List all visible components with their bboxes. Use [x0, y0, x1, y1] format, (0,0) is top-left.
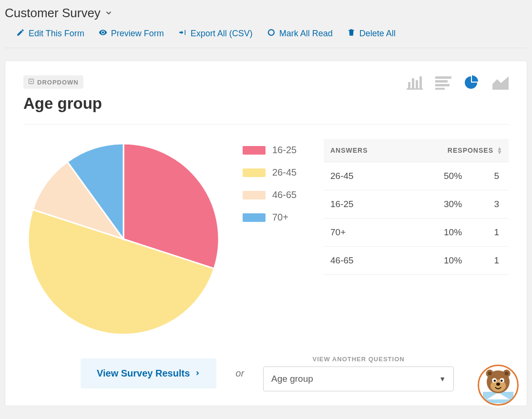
mark-all-read-label: Mark All Read [279, 29, 333, 39]
or-separator: or [235, 368, 244, 379]
area-chart-icon [492, 75, 509, 92]
answer-cell: 70+ [324, 219, 437, 247]
preview-form-label: Preview Form [111, 29, 164, 39]
svg-rect-10 [435, 88, 445, 90]
content-row: 16-25 26-45 46-65 70+ ANSWERS RESPONSES [23, 134, 509, 341]
table-row: 46-6510%1 [324, 247, 509, 275]
svg-rect-3 [408, 82, 410, 88]
count-cell: 1 [480, 247, 509, 275]
question-select[interactable]: Age group ▼ [263, 367, 454, 391]
legend-item: 46-65 [243, 189, 314, 200]
export-csv-link[interactable]: Export All (CSV) [178, 28, 253, 39]
bear-mascot-icon [479, 365, 517, 405]
responses-header-label: RESPONSES [448, 147, 493, 154]
answer-cell: 26-45 [324, 162, 437, 190]
pie-chart-icon [464, 75, 480, 92]
chevron-right-icon [194, 368, 200, 379]
field-type-label: DROPDOWN [37, 79, 79, 86]
table-row: 70+10%1 [324, 219, 509, 247]
svg-rect-11 [492, 88, 509, 90]
table-header-row: ANSWERS RESPONSES ▲▼ [324, 139, 509, 162]
svg-point-22 [501, 379, 503, 382]
export-csv-label: Export All (CSV) [191, 29, 253, 39]
circle-icon [267, 28, 276, 39]
svg-rect-6 [419, 76, 422, 88]
caret-down-icon: ▼ [439, 375, 446, 383]
legend-label: 16-25 [272, 145, 297, 156]
svg-rect-9 [435, 84, 450, 86]
form-selector[interactable]: Customer Survey [5, 6, 113, 21]
help-mascot-button[interactable] [478, 365, 519, 406]
edit-form-link[interactable]: Edit This Form [16, 28, 84, 39]
svg-rect-2 [407, 88, 423, 90]
delete-all-link[interactable]: Delete All [347, 28, 396, 39]
results-table: ANSWERS RESPONSES ▲▼ 26-4550%516-2530%37… [324, 139, 509, 275]
form-title-text: Customer Survey [5, 6, 101, 21]
delete-all-label: Delete All [359, 29, 396, 39]
chart-legend: 16-25 26-45 46-65 70+ [243, 134, 314, 234]
table-row: 16-2530%3 [324, 190, 509, 219]
pie-chart [23, 134, 233, 341]
svg-rect-7 [435, 76, 451, 79]
view-another-question: VIEW ANOTHER QUESTION Age group ▼ [263, 356, 454, 391]
count-cell: 5 [480, 162, 509, 190]
percent-cell: 30% [437, 190, 480, 219]
trash-icon [347, 28, 356, 39]
legend-swatch [243, 146, 266, 155]
legend-item: 16-25 [243, 145, 314, 156]
answer-cell: 16-25 [324, 190, 437, 219]
horizontal-bar-toggle[interactable] [435, 75, 451, 92]
table-row: 26-4550%5 [324, 162, 509, 190]
pie-chart-toggle[interactable] [464, 75, 480, 92]
legend-label: 46-65 [272, 189, 297, 200]
svg-rect-1 [29, 79, 34, 84]
eye-icon [99, 28, 107, 39]
legend-label: 70+ [272, 212, 288, 223]
svg-point-0 [268, 30, 274, 35]
svg-point-21 [493, 379, 496, 382]
answer-cell: 46-65 [324, 247, 437, 275]
percent-cell: 10% [437, 219, 480, 247]
legend-item: 26-45 [243, 167, 314, 178]
area-chart-toggle[interactable] [492, 75, 509, 92]
view-another-question-label: VIEW ANOTHER QUESTION [263, 356, 454, 363]
question-card: DROPDOWN Age group [5, 61, 527, 406]
view-survey-results-button[interactable]: View Survey Results [81, 358, 216, 388]
legend-item: 70+ [243, 212, 314, 223]
chevron-down-icon [104, 6, 113, 21]
legend-label: 26-45 [272, 167, 297, 178]
pencil-icon [16, 28, 25, 39]
legend-swatch [243, 213, 266, 222]
count-cell: 1 [480, 219, 509, 247]
preview-form-link[interactable]: Preview Form [99, 28, 164, 39]
question-title: Age group [23, 94, 509, 125]
horizontal-bar-icon [435, 75, 451, 92]
card-footer: View Survey Results or VIEW ANOTHER QUES… [23, 356, 509, 391]
bar-chart-toggle[interactable] [407, 75, 423, 92]
legend-swatch [243, 168, 266, 177]
bar-chart-icon [407, 75, 423, 92]
chart-type-toggles [407, 75, 509, 92]
svg-rect-5 [416, 80, 418, 88]
svg-rect-8 [435, 80, 448, 83]
sort-icon: ▲▼ [497, 147, 503, 154]
responses-header[interactable]: RESPONSES ▲▼ [437, 139, 509, 162]
legend-swatch [243, 191, 266, 199]
answers-header[interactable]: ANSWERS [324, 139, 437, 162]
count-cell: 3 [480, 190, 509, 219]
field-type-badge: DROPDOWN [23, 75, 83, 89]
percent-cell: 10% [437, 247, 480, 275]
question-select-value: Age group [271, 374, 313, 384]
export-icon [178, 28, 187, 39]
mark-all-read-link[interactable]: Mark All Read [267, 28, 333, 39]
svg-point-16 [488, 372, 491, 376]
page-header: Customer Survey Edit This Form Preview F… [0, 0, 532, 48]
svg-rect-4 [412, 78, 414, 88]
svg-point-23 [496, 383, 500, 386]
form-actions: Edit This Form Preview Form Export All (… [5, 21, 527, 48]
svg-point-17 [505, 372, 509, 376]
edit-form-label: Edit This Form [29, 29, 84, 39]
dropdown-badge-icon [28, 78, 34, 86]
view-results-label: View Survey Results [97, 368, 190, 379]
percent-cell: 50% [437, 162, 480, 190]
